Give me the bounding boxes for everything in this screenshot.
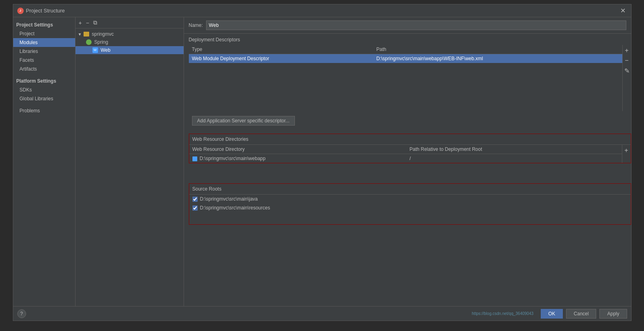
web-resource-label: Web Resource Directories	[189, 134, 631, 145]
dialog-body: Project Settings Project Modules Librari…	[13, 17, 631, 306]
project-settings-heading: Project Settings	[13, 20, 75, 29]
sidebar-item-project[interactable]: Project	[13, 29, 75, 38]
source-root-checkbox-0[interactable]	[192, 197, 198, 202]
scrollable-content: Deployment Descriptors Type Path	[184, 34, 631, 306]
sidebar-item-libraries[interactable]: Libraries	[13, 47, 75, 56]
web-resource-table: Web Resource Directory Path Relative to …	[189, 145, 622, 163]
spring-icon	[86, 39, 92, 45]
footer-url: https://blog.csdn.net/qq_36409043	[472, 311, 533, 316]
tree-item-web[interactable]: W Web	[76, 46, 184, 54]
tree-arrow-icon: ▼	[78, 32, 82, 37]
tree-remove-button[interactable]: −	[85, 20, 90, 26]
source-root-item-0: D:\springmvc\src\main\java	[189, 195, 631, 203]
table-row[interactable]: Web Module Deployment Descriptor D:\spri…	[189, 54, 622, 63]
add-web-resource-button[interactable]: +	[622, 146, 630, 155]
path-column-header: Path	[373, 45, 622, 54]
web-path-cell: /	[406, 154, 622, 163]
web-resource-section: Web Resource Directories Web Resource Di…	[189, 134, 631, 163]
name-input[interactable]	[206, 20, 626, 30]
cancel-button[interactable]: Cancel	[566, 309, 596, 319]
source-root-checkbox-1[interactable]	[192, 205, 198, 211]
sidebar-item-modules[interactable]: Modules	[13, 38, 75, 47]
web-directory-cell: D:\springmvc\src\main\webapp	[189, 154, 407, 163]
sidebar-item-sdks[interactable]: SDKs	[13, 85, 75, 94]
module-tree-panel: + − ⧉ ▼ springmvc Spring W	[76, 17, 184, 306]
deployment-descriptors-label: Deployment Descriptors	[189, 37, 631, 43]
help-button[interactable]: ?	[17, 309, 26, 318]
table-row[interactable]: D:\springmvc\src\main\webapp /	[189, 154, 622, 163]
source-roots-label: Source Roots	[189, 184, 631, 195]
sidebar-item-artifacts[interactable]: Artifacts	[13, 65, 75, 73]
web-resource-actions: +	[622, 145, 631, 163]
type-column-header: Type	[189, 45, 373, 54]
source-root-item-1: D:\springmvc\src\main\resources	[189, 203, 631, 212]
dialog-footer: ? https://blog.csdn.net/qq_36409043 OK C…	[13, 306, 631, 321]
apply-button[interactable]: Apply	[599, 309, 627, 319]
tree-content: ▼ springmvc Spring W Web	[76, 28, 184, 306]
name-row: Name:	[184, 17, 631, 34]
web-dir-icon	[192, 156, 197, 161]
type-cell: Web Module Deployment Descriptor	[189, 54, 373, 63]
add-descriptor-button[interactable]: +	[623, 46, 631, 55]
sidebar-item-problems[interactable]: Problems	[13, 106, 75, 115]
ok-button[interactable]: OK	[541, 309, 563, 319]
project-structure-dialog: J Project Structure ✕ Project Settings P…	[13, 4, 632, 321]
path-cell: D:\springmvc\src\main\webapp\WEB-INF\web…	[373, 54, 622, 63]
tree-copy-button[interactable]: ⧉	[92, 19, 98, 26]
folder-icon	[84, 32, 89, 37]
deployment-table: Type Path Web Module Deployment Descript…	[189, 45, 622, 111]
tree-item-spring[interactable]: Spring	[76, 38, 184, 46]
tree-toolbar: + − ⧉	[76, 17, 184, 28]
name-label: Name:	[189, 22, 203, 28]
main-content-panel: Name: Deployment Descriptors Type Path	[184, 17, 631, 306]
app-icon: J	[17, 8, 24, 14]
web-dir-col-header: Web Resource Directory	[189, 145, 407, 154]
add-application-server-descriptor-button[interactable]: Add Application Server specific descript…	[192, 116, 295, 126]
title-bar: J Project Structure ✕	[13, 4, 631, 17]
sidebar-item-facets[interactable]: Facets	[13, 56, 75, 65]
deployment-descriptors-section: Deployment Descriptors Type Path	[189, 37, 631, 130]
tree-item-springmvc[interactable]: ▼ springmvc	[76, 30, 184, 38]
dialog-title: Project Structure	[26, 8, 65, 14]
platform-settings-heading: Platform Settings	[13, 77, 75, 85]
sidebar-item-global-libraries[interactable]: Global Libraries	[13, 94, 75, 103]
deployment-actions: + − ✎	[622, 45, 631, 111]
remove-descriptor-button[interactable]: −	[623, 56, 631, 65]
edit-descriptor-button[interactable]: ✎	[623, 66, 631, 75]
close-button[interactable]: ✕	[619, 7, 627, 14]
tree-add-button[interactable]: +	[78, 20, 83, 26]
source-roots-section: Source Roots D:\springmvc\src\main\java …	[189, 183, 631, 225]
left-sidebar: Project Settings Project Modules Librari…	[13, 17, 76, 306]
web-icon: W	[92, 47, 98, 53]
web-path-col-header: Path Relative to Deployment Root	[406, 145, 622, 154]
